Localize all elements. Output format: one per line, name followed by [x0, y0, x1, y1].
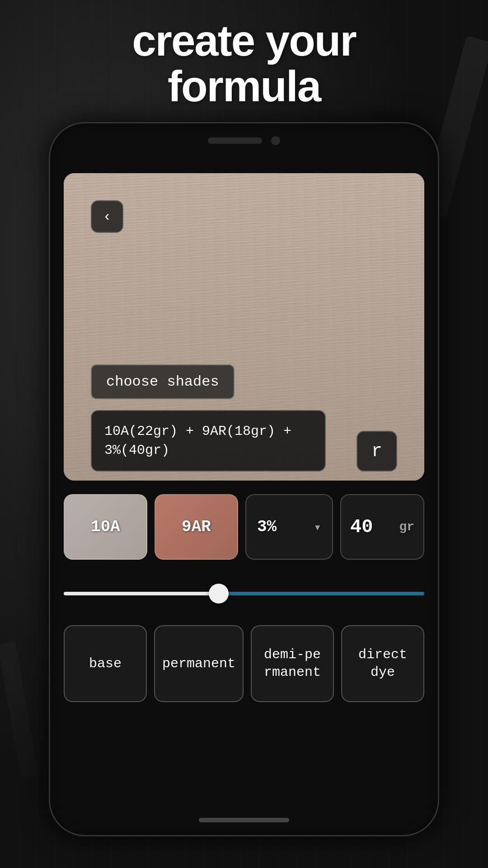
swatch-10a[interactable]: 10A: [64, 494, 147, 560]
swatch-9ar[interactable]: 9AR: [155, 494, 238, 560]
choose-shades-button[interactable]: choose shades: [91, 364, 235, 399]
formula-type-direct-dye[interactable]: directdye: [341, 625, 424, 702]
formula-type-base[interactable]: base: [64, 625, 147, 702]
slider-track-filled: [64, 592, 219, 595]
chevron-left-icon: ‹: [103, 208, 111, 225]
phone-frame: ‹ choose shades 10A(22gr) + 9AR(18gr) + …: [49, 122, 439, 836]
hair-preview-area: ‹ choose shades 10A(22gr) + 9AR(18gr) + …: [64, 173, 424, 481]
formula-type-permanent[interactable]: permanent: [154, 625, 244, 702]
phone-home-indicator: [199, 818, 289, 822]
formula-types-row: base permanent demi-permanent directdye: [64, 625, 424, 702]
back-button[interactable]: ‹: [91, 200, 123, 233]
swatch-percent-dropdown[interactable]: 3% ▾: [245, 494, 333, 560]
phone-speaker: [208, 137, 262, 144]
formula-type-demi-permanent[interactable]: demi-permanent: [251, 625, 334, 702]
phone-content: ‹ choose shades 10A(22gr) + 9AR(18gr) + …: [50, 160, 438, 835]
phone-top-bar: [208, 136, 280, 145]
formula-display: 10A(22gr) + 9AR(18gr) + 3%(40gr): [91, 410, 326, 472]
slider-track[interactable]: [64, 592, 424, 595]
phone-camera: [271, 136, 280, 145]
r-button[interactable]: r: [357, 431, 397, 472]
slider-container[interactable]: [64, 580, 424, 607]
swatch-grams[interactable]: 40 gr: [340, 494, 424, 560]
swatches-row: 10A 9AR 3% ▾ 40 gr: [64, 494, 424, 560]
dropdown-arrow-icon: ▾: [314, 519, 321, 535]
slider-thumb[interactable]: [209, 584, 229, 604]
page-title: create your formula: [0, 18, 488, 109]
